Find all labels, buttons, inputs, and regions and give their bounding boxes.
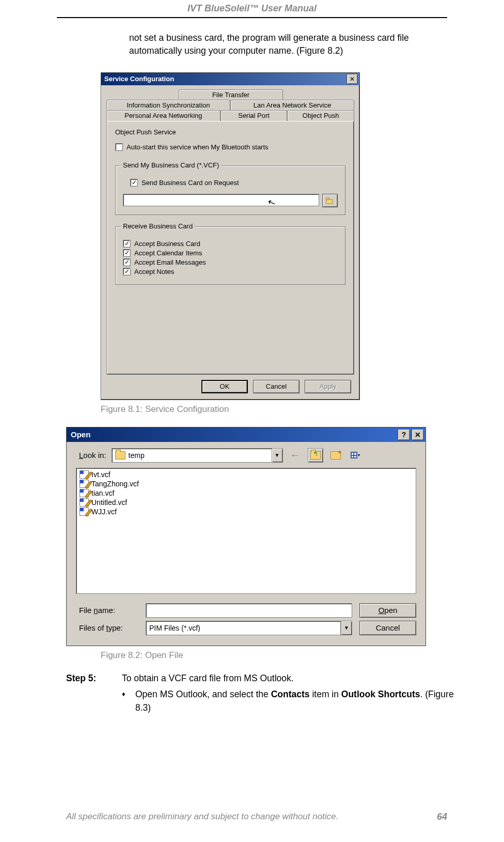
file-item[interactable]: Ivt.vcf <box>78 470 414 479</box>
tab-pan[interactable]: Personal Area Networking <box>106 110 220 121</box>
bullet-icon: ♦ <box>122 688 135 714</box>
checkbox-icon: ✓ <box>123 268 131 275</box>
open-file-dialog: Open ? ✕ Look Look in:in: temp ▼ ← ▾ Ivt… <box>66 427 426 646</box>
dialog-button-row: OK Cancel Apply <box>101 375 359 400</box>
browse-icon <box>326 197 334 204</box>
tab-object-push[interactable]: Object Push <box>287 110 354 121</box>
new-folder-icon <box>330 451 341 460</box>
footer-text: All specifications are preliminary and s… <box>66 812 338 822</box>
window-title: Open <box>67 430 398 439</box>
header-title: IVT BlueSoleil™ User Manual <box>0 0 504 14</box>
vcf-icon <box>80 508 89 516</box>
checkbox-send-on-request[interactable]: ✓ Send Business Card on Request <box>130 179 338 187</box>
checkbox-accept-email[interactable]: ✓Accept Email Messages <box>123 258 338 266</box>
filename-label: File name:File name: <box>79 606 138 615</box>
section-label: Object Push Service <box>115 128 345 136</box>
figure-caption-2: Figure 8.2: Open File <box>101 650 504 661</box>
file-name: tian.vcf <box>91 489 114 497</box>
lookin-row: Look Look in:in: temp ▼ ← ▾ <box>67 442 426 467</box>
group-legend: Send My Business Card (*.VCF) <box>121 161 221 169</box>
footer: All specifications are preliminary and s… <box>0 812 504 822</box>
open-button[interactable]: OpenOpen <box>359 603 416 618</box>
new-folder-button[interactable] <box>328 449 343 462</box>
titlebar[interactable]: Open ? ✕ <box>67 427 426 442</box>
folder-icon <box>115 451 125 460</box>
checkbox-icon: ✓ <box>123 240 131 248</box>
file-item[interactable]: tian.vcf <box>78 488 414 498</box>
step-5: Step 5: To obtain a VCF card file from M… <box>66 672 464 714</box>
step-label: Step 5: <box>66 672 122 714</box>
ok-button[interactable]: OK <box>201 380 248 393</box>
header-rule <box>57 17 447 18</box>
vcf-icon <box>80 498 89 507</box>
figure-caption-1: Figure 8.1: Service Configuration <box>101 404 504 415</box>
close-icon[interactable]: ✕ <box>346 74 358 84</box>
file-item[interactable]: WJJ.vcf <box>78 507 414 516</box>
bullet-text: Open MS Outlook, and select the Contacts… <box>135 688 464 714</box>
tab-file-transfer[interactable]: File Transfer <box>179 89 283 100</box>
apply-button[interactable]: Apply <box>305 380 351 393</box>
titlebar[interactable]: Service Configuration ✕ <box>101 73 359 85</box>
intro-paragraph: not set a business card, the program wil… <box>129 32 460 58</box>
views-button[interactable]: ▾ <box>348 449 363 462</box>
views-icon: ▾ <box>351 452 360 458</box>
checkbox-label: Send Business Card on Request <box>141 179 239 187</box>
file-name: WJJ.vcf <box>91 508 117 516</box>
browse-button[interactable] <box>322 194 338 207</box>
file-item[interactable]: TangZhong.vcf <box>78 479 414 488</box>
vcf-icon <box>80 489 89 497</box>
file-item[interactable]: Untitled.vcf <box>78 498 414 507</box>
filename-input[interactable] <box>146 603 352 618</box>
checkbox-accept-calendar[interactable]: ✓Accept Calendar Items <box>123 249 338 257</box>
back-button[interactable]: ← <box>288 449 303 462</box>
service-config-dialog: Service Configuration ✕ File Transfer In… <box>101 72 360 400</box>
vcf-path-input[interactable] <box>123 194 319 206</box>
filetype-combo[interactable]: PIM Files (*.vcf) <box>146 621 341 635</box>
group-receive-card: Receive Business Card ✓Accept Business C… <box>115 226 345 285</box>
lookin-combo[interactable]: temp ▼ <box>112 448 283 463</box>
checkbox-label: Accept Email Messages <box>134 258 206 266</box>
checkbox-icon: ✓ <box>123 249 131 257</box>
checkbox-icon <box>115 143 123 151</box>
tab-panel: Object Push Service Auto-start this serv… <box>106 120 354 375</box>
bottom-rows: File name:File name: OpenOpen Files of t… <box>67 599 426 646</box>
help-icon[interactable]: ? <box>398 429 410 440</box>
close-icon[interactable]: ✕ <box>412 429 424 440</box>
svg-rect-0 <box>326 200 333 204</box>
checkbox-label: Accept Calendar Items <box>134 249 202 257</box>
filetype-value: PIM Files (*.vcf) <box>149 624 200 632</box>
page-number: 64 <box>437 812 447 822</box>
chevron-down-icon[interactable]: ▼ <box>272 449 282 462</box>
checkbox-label: Accept Notes <box>134 268 174 275</box>
checkbox-autostart[interactable]: Auto-start this service when My Bluetoot… <box>115 143 345 151</box>
up-folder-icon <box>310 451 321 460</box>
checkbox-icon: ✓ <box>123 258 131 266</box>
chevron-down-icon[interactable]: ▼ <box>341 621 352 635</box>
group-send-card: Send My Business Card (*.VCF) ✓ Send Bus… <box>115 165 345 215</box>
file-name: TangZhong.vcf <box>91 480 139 488</box>
cancel-button[interactable]: Cancel <box>253 380 300 393</box>
up-folder-button[interactable] <box>308 448 323 463</box>
checkbox-icon: ✓ <box>130 179 138 187</box>
checkbox-label: Accept Business Card <box>134 240 200 248</box>
checkbox-label: Auto-start this service when My Bluetoot… <box>127 143 269 151</box>
file-name: Untitled.vcf <box>91 498 127 507</box>
group-legend: Receive Business Card <box>121 222 195 230</box>
cancel-button[interactable]: Cancel <box>359 621 416 635</box>
tab-serial-port[interactable]: Serial Port <box>220 110 288 121</box>
lookin-value: temp <box>129 451 272 460</box>
tab-lan-service[interactable]: Lan Area Network Service <box>230 100 354 110</box>
window-title: Service Configuration <box>101 75 346 83</box>
checkbox-accept-card[interactable]: ✓Accept Business Card <box>123 240 338 248</box>
filetype-label: Files of type:Files of type: <box>79 623 138 632</box>
tab-strip: File Transfer Information Synchronizatio… <box>106 89 354 375</box>
tab-info-sync[interactable]: Information Synchronization <box>106 100 230 110</box>
file-list[interactable]: Ivt.vcf TangZhong.vcf tian.vcf Untitled.… <box>76 468 416 594</box>
checkbox-accept-notes[interactable]: ✓Accept Notes <box>123 268 338 275</box>
arrow-left-icon: ← <box>290 449 301 461</box>
step-line: To obtain a VCF card file from MS Outloo… <box>122 672 464 685</box>
svg-rect-1 <box>326 198 329 200</box>
vcf-icon <box>80 480 89 488</box>
lookin-label: Look Look in:in: <box>79 451 106 460</box>
vcf-icon <box>80 470 89 479</box>
